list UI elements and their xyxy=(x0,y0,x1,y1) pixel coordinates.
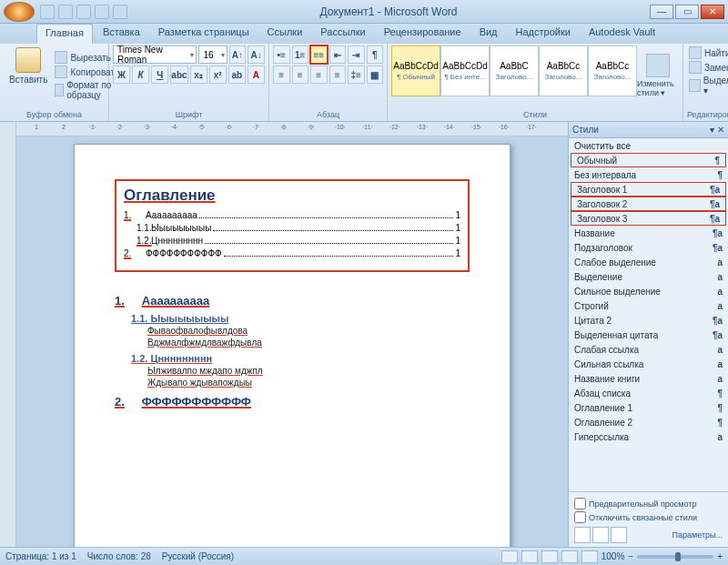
bullets-button[interactable]: •≡ xyxy=(273,45,290,64)
grow-font-button[interactable]: A↑ xyxy=(229,45,247,64)
increase-indent-button[interactable]: ⇥ xyxy=(348,45,365,64)
align-center-button[interactable]: ≡ xyxy=(292,66,309,84)
heading-2[interactable]: 1.1. Ыыыыыыыыы xyxy=(115,313,470,324)
style-gallery-item[interactable]: AaBbCcDd¶ Без инте... xyxy=(440,45,490,96)
qat-print-icon[interactable] xyxy=(95,5,109,19)
heading-2[interactable]: 1.2. Цннннннннн xyxy=(115,353,470,364)
status-wordcount[interactable]: Число слов: 28 xyxy=(87,551,151,561)
bold-button[interactable]: Ж xyxy=(113,66,130,84)
view-print-button[interactable] xyxy=(501,550,518,563)
find-button[interactable]: Найти ▾ xyxy=(687,45,728,60)
style-gallery-item[interactable]: AaBbCЗаголово... xyxy=(490,45,539,96)
style-inspector-button[interactable] xyxy=(592,527,609,543)
superscript-button[interactable]: x² xyxy=(209,66,227,84)
close-button[interactable]: ✕ xyxy=(701,5,724,19)
align-justify-button[interactable]: ≡ xyxy=(329,66,347,84)
highlight-button[interactable]: ab xyxy=(228,66,246,84)
show-marks-button[interactable]: ¶ xyxy=(367,45,384,64)
qat-undo-icon[interactable] xyxy=(58,5,73,19)
style-list-item[interactable]: Без интервала¶ xyxy=(569,167,728,182)
style-gallery-item[interactable]: AaBbCcЗаголово... xyxy=(539,45,588,96)
styles-gallery[interactable]: AaBbCcDd¶ ОбычныйAaBbCcDd¶ Без инте...Aa… xyxy=(391,45,637,106)
paste-button[interactable]: Вставить xyxy=(4,45,53,106)
page[interactable]: Оглавление 1.Аааааааааа11.1.Ыыыыыыыыы11.… xyxy=(74,144,511,547)
heading-1[interactable]: 2. ФФФФФФФФФФФ xyxy=(115,395,470,409)
close-pane-button[interactable]: ▾ ✕ xyxy=(710,125,724,135)
style-list-item[interactable]: Цитата 2¶a xyxy=(569,313,728,328)
line-spacing-button[interactable]: ‡≡ xyxy=(348,66,365,84)
zoom-level[interactable]: 100% xyxy=(602,551,625,561)
shading-button[interactable]: ▦ xyxy=(367,66,384,84)
font-size-combo[interactable]: 16 xyxy=(198,45,227,64)
style-list-item[interactable]: Абзац списка¶ xyxy=(569,386,728,400)
style-list-item[interactable]: Подзаголовок¶a xyxy=(569,240,728,255)
new-style-button[interactable] xyxy=(574,527,591,543)
styles-list[interactable]: Очистить всеОбычный¶Без интервала¶Заголо… xyxy=(569,138,728,491)
decrease-indent-button[interactable]: ⇤ xyxy=(329,45,347,64)
style-list-item[interactable]: Название¶a xyxy=(569,226,728,240)
toc-row[interactable]: 1.2.Цннннннннн1 xyxy=(124,236,460,246)
horizontal-ruler[interactable]: 12·1··2··3··4··5··6··7··8··9··10··11··12… xyxy=(16,122,568,136)
zoom-slider[interactable] xyxy=(637,555,713,559)
multilevel-list-button[interactable]: ≡≡ xyxy=(310,45,328,64)
style-list-item[interactable]: Выделениеa xyxy=(569,269,728,284)
strike-button[interactable]: abc xyxy=(170,66,187,84)
tab-надстройки[interactable]: Надстройки xyxy=(508,24,579,44)
style-list-item[interactable]: Гиперссылкаa xyxy=(569,429,728,444)
style-list-item[interactable]: Заголовок 2¶a xyxy=(571,197,726,211)
style-list-item[interactable]: Оглавление 2¶ xyxy=(569,415,728,429)
qat-more-icon[interactable] xyxy=(113,5,127,19)
styles-options-link[interactable]: Параметры... xyxy=(672,530,723,540)
body-text[interactable]: Вджмалфжмдлважфдывла xyxy=(115,338,470,348)
document-scroll[interactable]: Оглавление 1.Аааааааааа11.1.Ыыыыыыыыы11.… xyxy=(16,136,568,547)
manage-styles-button[interactable] xyxy=(611,527,627,543)
select-button[interactable]: Выделить ▾ xyxy=(687,75,728,96)
style-list-item[interactable]: Заголовок 3¶a xyxy=(571,211,726,226)
style-list-item[interactable]: Сильная ссылкаa xyxy=(569,357,728,371)
minimize-button[interactable]: — xyxy=(650,5,673,19)
qat-redo-icon[interactable] xyxy=(76,5,91,19)
subscript-button[interactable]: x₂ xyxy=(190,66,207,84)
view-fullscreen-button[interactable] xyxy=(521,550,538,563)
view-web-button[interactable] xyxy=(541,550,558,563)
align-left-button[interactable]: ≡ xyxy=(273,66,290,84)
view-draft-button[interactable] xyxy=(581,550,598,563)
style-list-item[interactable]: Строгийa xyxy=(569,298,728,313)
toc-row[interactable]: 1.Аааааааааа1 xyxy=(124,210,460,220)
tab-вид[interactable]: Вид xyxy=(471,24,506,44)
style-list-item[interactable]: Обычный¶ xyxy=(571,153,726,167)
style-list-item[interactable]: Слабое выделениеa xyxy=(569,255,728,269)
vertical-ruler[interactable] xyxy=(0,122,16,547)
heading-1[interactable]: 1. Аааааааааа xyxy=(115,294,470,308)
font-name-combo[interactable]: Times New Roman xyxy=(113,45,197,64)
zoom-out-button[interactable]: − xyxy=(628,551,633,561)
toc-row[interactable]: 2.ФФФФФФФФФФФ1 xyxy=(124,248,460,258)
tab-рассылки[interactable]: Рассылки xyxy=(312,24,373,44)
style-gallery-item[interactable]: AaBbCcЗаголово... xyxy=(588,45,637,96)
tab-разметка страницы[interactable]: Разметка страницы xyxy=(150,24,258,44)
style-list-item[interactable]: Оглавление 1¶ xyxy=(569,400,728,415)
preview-checkbox[interactable]: Предварительный просмотр xyxy=(574,498,723,510)
change-styles-button[interactable]: Изменить стили ▾ xyxy=(637,45,679,106)
office-button[interactable] xyxy=(4,2,35,22)
style-list-item[interactable]: Слабая ссылкаa xyxy=(569,342,728,357)
align-right-button[interactable]: ≡ xyxy=(310,66,328,84)
body-text[interactable]: Фываофвалофывлдова xyxy=(115,326,470,336)
tab-главная[interactable]: Главная xyxy=(36,24,93,44)
toc-row[interactable]: 1.1.Ыыыыыыыыы1 xyxy=(124,223,460,233)
style-list-item[interactable]: Название книгиa xyxy=(569,371,728,386)
underline-button[interactable]: Ч xyxy=(151,66,168,84)
numbering-button[interactable]: 1≡ xyxy=(292,45,309,64)
style-list-item[interactable]: Очистить все xyxy=(569,138,728,153)
zoom-in-button[interactable]: + xyxy=(717,551,723,561)
tab-ссылки[interactable]: Ссылки xyxy=(259,24,311,44)
style-list-item[interactable]: Заголовок 1¶a xyxy=(571,182,726,197)
tab-рецензирование[interactable]: Рецензирование xyxy=(376,24,470,44)
body-text[interactable]: Ылживалпо мждапо мджпл xyxy=(115,366,470,376)
shrink-font-button[interactable]: A↓ xyxy=(248,45,265,64)
italic-button[interactable]: К xyxy=(132,66,149,84)
replace-button[interactable]: Заменить xyxy=(687,60,728,75)
status-page[interactable]: Страница: 1 из 1 xyxy=(5,551,76,561)
qat-save-icon[interactable] xyxy=(40,5,55,19)
style-list-item[interactable]: Выделенная цитата¶a xyxy=(569,328,728,342)
